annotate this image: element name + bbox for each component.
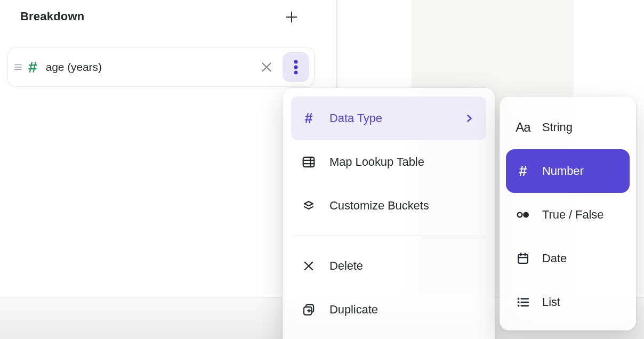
submenu-item-list[interactable]: List bbox=[506, 280, 630, 324]
menu-item-map-lookup-table[interactable]: Map Lookup Table bbox=[291, 140, 486, 184]
stack-icon bbox=[301, 198, 317, 214]
menu-item-delete[interactable]: Delete bbox=[291, 244, 486, 288]
hash-icon: # bbox=[513, 163, 533, 179]
menu-item-customize-buckets[interactable]: Customize Buckets bbox=[291, 184, 486, 228]
calendar-icon bbox=[513, 251, 533, 267]
table-icon bbox=[301, 154, 317, 170]
submenu-item-true-false[interactable]: True / False bbox=[506, 193, 630, 237]
submenu-item-date[interactable]: Date bbox=[506, 237, 630, 280]
menu-divider bbox=[292, 236, 485, 236]
duplicate-icon bbox=[301, 302, 317, 318]
boolean-icon bbox=[513, 207, 533, 223]
breakdown-title: Breakdown bbox=[20, 10, 84, 23]
drag-handle-icon[interactable] bbox=[12, 60, 24, 74]
field-context-menu: # Data Type Map Lookup Table bbox=[283, 88, 495, 339]
menu-item-duplicate[interactable]: Duplicate bbox=[291, 288, 486, 332]
breakdown-editor-screen: Breakdown # age (years) bbox=[0, 0, 644, 339]
field-name: age (years) bbox=[46, 61, 102, 74]
panel-divider bbox=[336, 0, 337, 88]
delete-icon bbox=[301, 258, 317, 274]
hash-icon: # bbox=[301, 110, 317, 126]
plus-icon bbox=[284, 9, 300, 25]
number-type-icon: # bbox=[28, 59, 37, 75]
submenu-item-number[interactable]: # Number bbox=[506, 149, 630, 193]
chevron-right-icon bbox=[463, 112, 476, 125]
field-menu-button[interactable] bbox=[283, 52, 309, 82]
data-type-submenu: Aa String # Number True / False bbox=[500, 96, 636, 330]
clear-field-button[interactable] bbox=[259, 60, 274, 75]
list-icon bbox=[513, 294, 533, 310]
string-icon: Aa bbox=[513, 119, 533, 135]
breakdown-field-card[interactable]: # age (years) bbox=[7, 47, 315, 87]
submenu-item-string[interactable]: Aa String bbox=[506, 106, 630, 149]
kebab-icon bbox=[293, 59, 299, 76]
menu-item-data-type[interactable]: # Data Type bbox=[291, 96, 486, 140]
add-breakdown-button[interactable] bbox=[283, 9, 300, 26]
close-icon bbox=[260, 60, 273, 74]
